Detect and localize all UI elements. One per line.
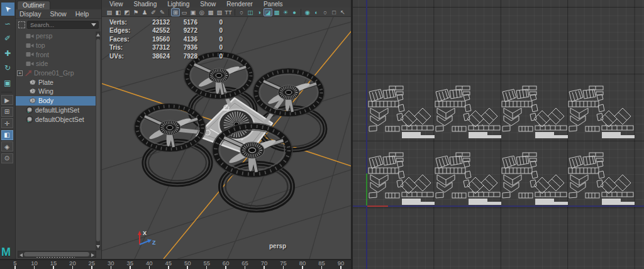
timeline-tick-70[interactable]: 70 xyxy=(259,260,269,269)
viewport-menu-show[interactable]: Show xyxy=(200,1,216,8)
select-tool-icon[interactable]: ➤ xyxy=(1,3,14,16)
film-gate-icon[interactable]: ▭ xyxy=(180,8,189,16)
viewport-menu-shading[interactable]: Shading xyxy=(134,1,157,8)
timeline-tick-80[interactable]: 80 xyxy=(297,260,308,269)
wireframe-on-shaded-icon[interactable]: ◪ xyxy=(264,8,272,16)
shaded-cube-icon[interactable]: ◫ xyxy=(246,8,255,16)
camera-icon[interactable]: ◧ xyxy=(114,8,123,16)
search-input[interactable] xyxy=(27,21,99,29)
move-tool-icon[interactable]: ✚ xyxy=(1,47,14,60)
camera-lock-icon[interactable]: ◩ xyxy=(123,8,131,16)
timeline-tick-85[interactable]: 85 xyxy=(317,260,327,269)
rotate-tool-icon[interactable]: ↻ xyxy=(1,62,14,75)
timeline-tick-20[interactable]: 20 xyxy=(67,260,77,269)
scroll-left-icon[interactable] xyxy=(19,253,23,257)
layout-four-pane-icon[interactable]: ⊞ xyxy=(1,107,13,117)
timeline-tick-25[interactable]: 25 xyxy=(87,260,97,269)
timeline-tick-40[interactable]: 40 xyxy=(144,260,154,269)
outliner-item-wing[interactable]: Wing xyxy=(16,87,96,96)
bookmark-icon[interactable]: ⚑ xyxy=(131,8,140,16)
scale-tool-icon[interactable]: ▣ xyxy=(1,76,14,89)
time-slider[interactable]: 51015202530354045505560657075808590 xyxy=(0,259,351,269)
textured-icon[interactable]: ◑ xyxy=(255,8,264,16)
checker-icon[interactable]: ▦ xyxy=(272,8,281,16)
tick-label: 20 xyxy=(69,260,76,266)
outliner-item-side[interactable]: side xyxy=(16,59,96,69)
timeline-tick-90[interactable]: 90 xyxy=(336,260,346,269)
outliner-item-plate[interactable]: Plate xyxy=(16,77,96,87)
viewport-menu-panels[interactable]: Panels xyxy=(264,1,283,8)
outliner-horizontal-scrollbar[interactable] xyxy=(18,251,96,258)
resolution-gate-icon[interactable]: ▣ xyxy=(189,8,197,16)
tick-label: 55 xyxy=(203,260,210,266)
wireframe-icon[interactable]: ○ xyxy=(237,8,246,16)
field-chart-icon[interactable]: ▦ xyxy=(206,8,215,16)
scroll-down-icon[interactable] xyxy=(96,245,100,248)
outliner-item-persp[interactable]: persp xyxy=(16,31,96,41)
paint-select-tool-icon[interactable]: ✐ xyxy=(1,32,14,45)
uv-editor-panel[interactable] xyxy=(351,0,644,269)
timeline-tick-35[interactable]: 35 xyxy=(125,260,135,269)
search-dropdown-icon[interactable] xyxy=(91,23,96,26)
timeline-tick-50[interactable]: 50 xyxy=(182,260,192,269)
outliner-item-drone01_grp[interactable]: +Drone01_Grp xyxy=(16,69,96,78)
scroll-up-icon[interactable] xyxy=(96,33,100,36)
timeline-tick-5[interactable]: 5 xyxy=(10,260,20,269)
timeline-tick-15[interactable]: 15 xyxy=(48,260,58,269)
safe-title-icon[interactable]: TT xyxy=(224,8,233,16)
outliner-item-top[interactable]: top xyxy=(16,41,96,50)
gate-mask-icon[interactable]: ◎ xyxy=(197,8,206,16)
outliner-tab[interactable]: Outliner xyxy=(17,1,50,9)
circle-icon[interactable]: ○ xyxy=(321,8,330,16)
shadows-icon[interactable]: ● xyxy=(290,8,299,16)
horizontal-scroll-thumb[interactable] xyxy=(24,252,89,256)
timeline-tick-10[interactable]: 10 xyxy=(29,260,39,269)
outliner-item-body[interactable]: Body xyxy=(16,96,96,106)
tick-mark xyxy=(14,266,16,269)
layout-hypershade-icon[interactable]: ◈ xyxy=(1,141,13,151)
zoom-tool-icon[interactable]: ⊙ xyxy=(1,153,13,163)
selection-mask-icon[interactable] xyxy=(18,21,25,28)
outliner-tree: persptopfrontside+Drone01_GrpPlateWingBo… xyxy=(16,31,96,226)
safe-action-icon[interactable]: ▧ xyxy=(215,8,224,16)
square-icon[interactable]: □ xyxy=(330,8,338,16)
lasso-select-tool-icon[interactable]: ∽ xyxy=(1,17,14,30)
viewport-menu-view[interactable]: View xyxy=(109,1,123,8)
tick-mark xyxy=(245,266,246,269)
timeline-tick-45[interactable]: 45 xyxy=(164,260,174,269)
timeline-tick-30[interactable]: 30 xyxy=(106,260,116,269)
perspective-viewport[interactable]: ViewShadingLightingShowRendererPanels ▤◧… xyxy=(102,0,351,259)
outliner-menu-show[interactable]: Show xyxy=(50,10,66,18)
outliner-menu-display[interactable]: Display xyxy=(19,10,41,18)
outliner-item-front[interactable]: front xyxy=(16,50,96,59)
viewport-menu-renderer[interactable]: Renderer xyxy=(226,1,253,8)
outliner-item-defaultlightset[interactable]: defaultLightSet xyxy=(16,106,96,115)
last-tool-icon[interactable]: ▶ xyxy=(1,95,13,105)
vertical-scroll-thumb[interactable] xyxy=(96,39,100,241)
viewport-menu-lighting[interactable]: Lighting xyxy=(167,1,189,8)
maya-logo-icon: M xyxy=(1,246,11,259)
motion-blur-icon[interactable]: ◐ xyxy=(312,8,321,16)
outliner-item-defaultobjectset[interactable]: defaultObjectSet xyxy=(16,114,96,124)
timeline-tick-75[interactable]: 75 xyxy=(279,260,289,269)
timeline-tick-60[interactable]: 60 xyxy=(221,260,231,269)
ao-icon[interactable]: ◉ xyxy=(303,8,312,16)
grid-icon[interactable]: ⊞ xyxy=(171,8,180,16)
outliner-menu-help[interactable]: Help xyxy=(75,10,89,18)
pencil-icon[interactable]: ✎ xyxy=(158,8,167,16)
hud-faces-c1: 19560 xyxy=(137,36,170,43)
cursor-icon[interactable]: ↖ xyxy=(338,8,347,16)
lights-icon[interactable]: ☀ xyxy=(281,8,290,16)
scroll-right-icon[interactable] xyxy=(91,253,94,257)
timeline-tick-55[interactable]: 55 xyxy=(202,260,212,269)
tick-mark xyxy=(283,266,284,269)
layout-outliner-persp-icon[interactable]: ◧ xyxy=(1,130,13,140)
clapper-icon[interactable]: ▤ xyxy=(105,8,114,16)
paint-icon[interactable]: ✐ xyxy=(149,8,158,16)
tick-label: 85 xyxy=(318,260,325,266)
timeline-tick-65[interactable]: 65 xyxy=(240,260,250,269)
expand-icon[interactable]: + xyxy=(17,70,23,76)
layout-plus-icon[interactable]: ✛ xyxy=(1,118,13,128)
image-plane-icon[interactable]: ♟ xyxy=(140,8,149,16)
outliner-vertical-scrollbar[interactable] xyxy=(96,31,101,250)
